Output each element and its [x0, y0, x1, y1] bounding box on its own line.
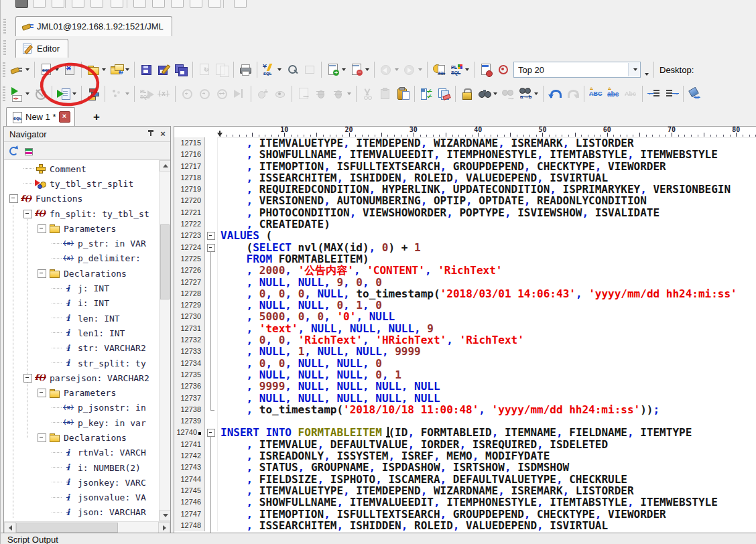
tree-item[interactable]: Declarations	[4, 430, 160, 445]
connect-button[interactable]	[8, 62, 32, 78]
cutoff-toolbar-icon[interactable]	[72, 0, 84, 8]
object-search-button[interactable]	[495, 62, 512, 78]
open-file-button[interactable]	[84, 62, 108, 78]
analyze-sql-button[interactable]: YSQL	[260, 62, 284, 78]
scroll-up-icon[interactable]	[160, 160, 170, 172]
describe-objects-button[interactable]	[284, 62, 301, 78]
cutoff-toolbar-icon[interactable]	[190, 0, 202, 8]
cutoff-toolbar-icon[interactable]	[152, 0, 165, 8]
tree-item[interactable]: Comment	[4, 161, 160, 176]
tree-item[interactable]: f()parsejson: VARCHAR2	[4, 370, 160, 385]
sort-options-icon[interactable]	[24, 147, 32, 155]
chevron-down-icon[interactable]	[55, 68, 59, 71]
code-check-button[interactable]: ✓✓	[418, 86, 435, 102]
save-button[interactable]	[137, 62, 155, 78]
chevron-down-icon[interactable]	[125, 68, 129, 71]
pin-icon[interactable]	[146, 129, 155, 139]
tree-item[interactable]: f()fn_split: ty_tbl_st	[4, 206, 160, 221]
code-line[interactable]: 12725 FROM FORMTABLEITEM)	[174, 253, 756, 265]
toolbar-grip[interactable]	[3, 62, 5, 77]
chevron-down-icon[interactable]	[25, 92, 29, 95]
code-line[interactable]: 12716 , SHOWFULLNAME, ITEMVALUEEDIT, ITE…	[174, 149, 756, 160]
new-document-button[interactable]: +	[324, 62, 348, 78]
chevron-down-icon[interactable]	[395, 68, 399, 71]
fold-collapse-icon[interactable]	[207, 429, 215, 437]
code-line[interactable]: 12722 , CREATEDATE)	[174, 218, 756, 230]
chevron-down-icon[interactable]	[418, 68, 422, 71]
code-line[interactable]: 12734 , 0, 0, NULL, NULL, 0	[174, 358, 756, 369]
connection-tab[interactable]: JML01@192.168.1.92:1521/JML	[15, 16, 172, 36]
explain-plan-button[interactable]	[84, 86, 102, 102]
tree-item[interactable]: ijsonkey: VARC	[4, 475, 160, 490]
code-line[interactable]: 12721 , PHOTOCONDITION, VIEWSHOWORDER, P…	[174, 207, 756, 218]
code-line[interactable]: 12742 , ISREADONLY, ISSYSTEM, ISREF, MEM…	[174, 450, 756, 462]
close-document-button[interactable]: −	[348, 62, 371, 78]
chevron-down-icon[interactable]	[365, 68, 369, 71]
code-line[interactable]: 12746 , SHOWFULLNAME, ITEMVALUEEDIT, ITE…	[174, 496, 756, 508]
describe-window-button[interactable]	[477, 62, 495, 78]
tree-item[interactable]: Declarations	[4, 266, 160, 281]
cutoff-toolbar-icon[interactable]	[171, 0, 184, 8]
paste-button[interactable]	[394, 86, 412, 102]
tree-item[interactable]: ty_tbl_str_split	[4, 176, 160, 191]
tree-item[interactable]: ii: NUMBER(2)	[4, 460, 160, 475]
chevron-down-icon[interactable]	[493, 92, 497, 95]
code-line[interactable]: 12720 , VERSIONEND, AUTONUMBERING, OPTIP…	[174, 195, 756, 206]
code-line[interactable]: 12715 , ITEMVALUETYPE, ITEMDEPEND, WIZAR…	[174, 137, 756, 149]
collapse-icon[interactable]	[23, 210, 32, 218]
chevron-down-icon[interactable]	[342, 68, 346, 71]
collapse-icon[interactable]	[38, 224, 46, 233]
code-line[interactable]: 12735 , NULL, NULL, NULL, 0, 1	[174, 369, 756, 381]
execute-as-script-button[interactable]	[55, 86, 78, 102]
close-window-button[interactable]: ×	[61, 62, 78, 78]
chevron-down-icon[interactable]	[628, 63, 640, 76]
code-line[interactable]: 12748 , ISSEARCHITEM, ISHIDDEN, ROLEID, …	[174, 520, 756, 531]
chevron-down-icon[interactable]	[534, 92, 538, 95]
toolbar-grip[interactable]	[3, 19, 6, 33]
cutoff-toolbar-icon[interactable]	[52, 0, 64, 8]
save-all-button[interactable]	[172, 62, 190, 78]
tree-item[interactable]: (x)p_str: in VAR	[4, 236, 160, 251]
tree-vertical-scrollbar[interactable]	[159, 160, 170, 521]
refresh-icon[interactable]	[8, 145, 19, 156]
tree-item[interactable]: istr_split: ty	[4, 356, 160, 370]
chevron-down-icon[interactable]	[125, 92, 129, 95]
code-line[interactable]: 12729 , NULL, NULL, 0, 1, 0	[174, 299, 756, 311]
sql-recall-button[interactable]: SQL	[430, 62, 448, 78]
plsql-button[interactable]: PLSQL	[448, 62, 471, 78]
code-line[interactable]: 12741 , ITEMVALUE, DEFAULTVALUE, IORDER,…	[174, 439, 756, 450]
toolbar-grip[interactable]	[3, 40, 6, 55]
replace-button[interactable]: a→b	[517, 86, 540, 102]
collapse-icon[interactable]	[23, 374, 32, 383]
uppercase-button[interactable]: ABC^	[587, 86, 605, 102]
save-as-button[interactable]	[155, 62, 172, 78]
tree-item[interactable]: ij: INT	[4, 281, 160, 295]
tree-item[interactable]: (x)p_key: in var	[4, 415, 160, 430]
new-sql-window-button[interactable]: SQL	[38, 62, 61, 78]
code-line[interactable]: 12736 , 9999, NULL, NULL, NULL, NULL	[174, 381, 756, 392]
code-line[interactable]: 12739	[174, 415, 756, 427]
code-line[interactable]: 12745 , ITEMVALUETYPE, ITEMDEPEND, WIZAR…	[174, 485, 756, 496]
cutoff-toolbar-icon[interactable]	[33, 0, 46, 8]
collapse-icon[interactable]	[38, 269, 46, 278]
fold-collapse-icon[interactable]	[207, 244, 215, 252]
reopen-file-button[interactable]: ↻	[108, 62, 131, 78]
toggle-read-only-button[interactable]	[458, 86, 476, 102]
undo-button[interactable]	[546, 86, 564, 102]
tree-item[interactable]: ii: INT	[4, 296, 160, 311]
scrollbar-thumb[interactable]	[160, 224, 170, 299]
code-line[interactable]: 12719 , REQUIREDCONDITION, HYPERLINK, UP…	[174, 184, 756, 195]
indent-button[interactable]: →	[663, 86, 680, 102]
new-tab-button[interactable]: +	[82, 109, 111, 126]
tree-item[interactable]: (x)p_delimiter:	[4, 251, 160, 266]
collapse-icon[interactable]	[38, 389, 46, 397]
cutoff-toolbar-icon[interactable]	[133, 0, 146, 8]
cutoff-toolbar-icon[interactable]	[90, 0, 103, 8]
close-tab-button[interactable]: ×	[59, 111, 70, 123]
code-line[interactable]: 12727 , NULL, NULL, 9, 0, 0	[174, 277, 756, 288]
close-icon[interactable]: ×	[158, 129, 168, 139]
chevron-down-icon[interactable]	[277, 68, 281, 71]
rows-limit-combobox-more-button[interactable]	[641, 62, 651, 77]
tree-item[interactable]: ilen1: INT	[4, 326, 160, 340]
fold-collapse-icon[interactable]	[207, 232, 215, 240]
